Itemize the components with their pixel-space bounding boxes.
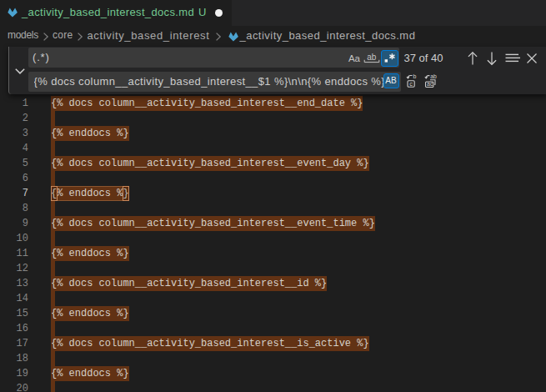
svg-text:c: c — [409, 79, 413, 87]
svg-text:ab: ab — [367, 53, 377, 62]
svg-text:ac: ac — [427, 81, 433, 87]
svg-text:b: b — [413, 74, 417, 79]
svg-text:ab: ab — [430, 74, 437, 79]
